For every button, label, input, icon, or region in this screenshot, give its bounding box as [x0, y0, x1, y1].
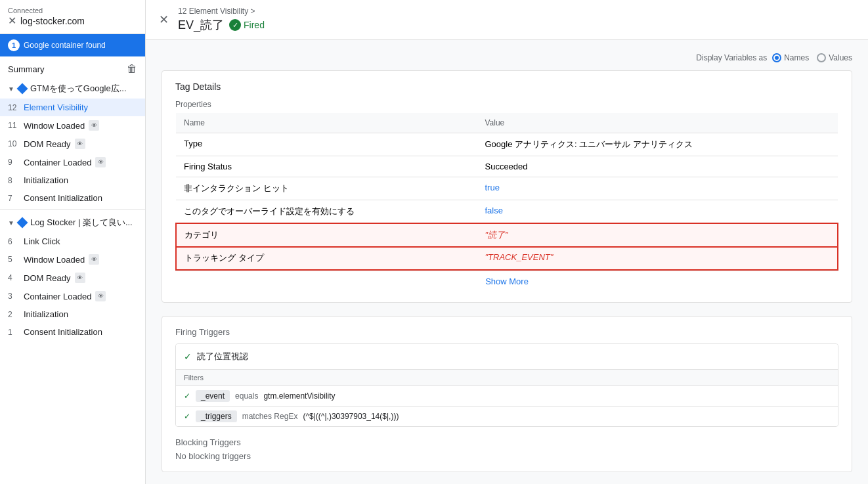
connected-label: Connected [8, 7, 137, 14]
diamond-icon-2 [16, 217, 28, 229]
sidebar-item-consent-init-7[interactable]: 7 Consent Initialization [0, 189, 145, 207]
sidebar-item-initialization-2[interactable]: 2 Initialization [0, 305, 145, 323]
check-circle-icon: ✓ [229, 19, 241, 31]
prop-value: false [477, 200, 838, 224]
sidebar-item-element-visibility[interactable]: 12 Element Visibility [0, 99, 145, 116]
summary-header: Summary 🗑 [0, 56, 145, 79]
properties-table: Name Value TypeGoogle アナリティクス: ユニバーサル アナ… [175, 113, 838, 271]
sidebar-group-gtm[interactable]: ▼ GTMを使ってGoogle広... [0, 79, 145, 99]
prop-value: "読了" [477, 223, 838, 247]
radio-names-dot [772, 53, 781, 62]
table-row: カテゴリ"読了" [176, 223, 838, 247]
item-num-5: 5 [8, 255, 20, 264]
close-button[interactable]: ✕ [159, 12, 169, 27]
show-more-button[interactable]: Show More [175, 271, 838, 292]
col-name: Name [176, 113, 477, 133]
delete-icon[interactable]: 🗑 [127, 63, 137, 75]
item-label-7: Consent Initialization [24, 193, 102, 203]
ghost-icon-2: 👁 [75, 139, 85, 149]
filter-field-1: _event [196, 390, 230, 402]
group-gtm-label: GTMを使ってGoogle広... [30, 83, 127, 95]
page-title-row: EV_読了 ✓ Fired [178, 17, 265, 33]
sidebar-group-log-stocker[interactable]: ▼ Log Stocker | 楽して良い... [0, 213, 145, 232]
tag-details-title: Tag Details [175, 81, 838, 92]
firing-triggers-card: Firing Triggers ✓ 読了位置視認 Filters ✓ _even… [162, 316, 852, 472]
chevron-down-icon: ▼ [8, 85, 14, 93]
prop-value: "TRACK_EVENT" [477, 247, 838, 271]
fired-label: Fired [244, 20, 265, 30]
main-panel: ✕ 12 Element Visibility > EV_読了 ✓ Fired … [146, 0, 868, 484]
filter-op-2: matches RegEx [242, 412, 298, 421]
radio-values-dot [817, 53, 826, 62]
sidebar-item-initialization-8[interactable]: 8 Initialization [0, 171, 145, 189]
item-label-1: Consent Initialization [24, 327, 102, 337]
divider [0, 209, 145, 210]
filter-check-2: ✓ [184, 412, 190, 421]
item-num-1: 1 [8, 328, 20, 337]
summary-label: Summary [8, 64, 45, 74]
item-num-11: 11 [8, 121, 20, 130]
ghost-icon-3: 👁 [95, 157, 106, 167]
no-blocking-label: No blocking triggers [175, 451, 838, 461]
ghost-icon: 👁 [89, 120, 99, 131]
item-num-8: 8 [8, 176, 20, 185]
diamond-icon [16, 83, 28, 95]
close-icon[interactable]: ✕ [8, 14, 16, 27]
prop-name: Type [176, 133, 477, 156]
trigger-check-icon: ✓ [184, 351, 192, 362]
item-num-2: 2 [8, 310, 20, 319]
prop-name: 非インタラクション ヒット [176, 177, 477, 200]
sidebar-item-consent-init-1[interactable]: 1 Consent Initialization [0, 323, 145, 341]
tag-details-card: Tag Details Properties Name Value TypeGo… [162, 70, 852, 303]
sidebar-item-dom-ready-4[interactable]: 4 DOM Ready 👁 [0, 269, 145, 287]
filter-check-1: ✓ [184, 391, 190, 401]
prop-value: true [477, 177, 838, 200]
display-vars-row: Display Variables as Names Values [162, 53, 852, 62]
sidebar-domain: ✕ log-stocker.com [8, 14, 137, 27]
sidebar-item-container-loaded-3[interactable]: 3 Container Loaded 👁 [0, 287, 145, 305]
breadcrumb: 12 Element Visibility > [178, 7, 265, 16]
firing-triggers-title: Firing Triggers [175, 327, 838, 337]
table-row: このタグでオーバーライド設定を有効にするfalse [176, 200, 838, 224]
item-label-9: Container Loaded [24, 158, 91, 167]
ghost-icon-4: 👁 [89, 254, 99, 265]
radio-values[interactable]: Values [817, 53, 852, 62]
item-label-11: Window Loaded [24, 121, 85, 131]
table-row: Firing StatusSucceeded [176, 156, 838, 177]
radio-names[interactable]: Names [772, 53, 809, 62]
item-num-4: 4 [8, 273, 20, 282]
filter-val-1: gtm.elementVisibility [263, 391, 335, 401]
trigger-name-row: ✓ 読了位置視認 [176, 344, 838, 369]
sidebar-item-window-loaded-11[interactable]: 11 Window Loaded 👁 [0, 116, 145, 135]
prop-name: Firing Status [176, 156, 477, 177]
item-label-8: Initialization [24, 175, 68, 185]
fired-badge: ✓ Fired [229, 19, 265, 31]
item-num-9: 9 [8, 158, 20, 167]
sidebar-item-window-loaded-5[interactable]: 5 Window Loaded 👁 [0, 250, 145, 269]
item-label-4: DOM Ready [24, 273, 71, 283]
domain-name: log-stocker.com [20, 16, 85, 26]
topbar: ✕ 12 Element Visibility > EV_読了 ✓ Fired [146, 0, 868, 40]
item-label-10: DOM Ready [24, 139, 71, 149]
table-row: トラッキング タイプ"TRACK_EVENT" [176, 247, 838, 271]
item-label-12: Element Visibility [24, 102, 88, 112]
item-label-5: Window Loaded [24, 255, 85, 265]
sidebar-item-link-click-6[interactable]: 6 Link Click [0, 232, 145, 250]
filters-label: Filters [176, 369, 838, 385]
prop-name: トラッキング タイプ [176, 247, 477, 271]
item-label-6: Link Click [24, 236, 60, 246]
radio-group: Names Values [772, 53, 852, 62]
filter-row-2: ✓ _triggers matches RegEx (^$|((^|,)3039… [176, 406, 838, 426]
radio-names-label: Names [784, 53, 809, 62]
col-value: Value [477, 113, 838, 133]
trigger-name: 読了位置視認 [197, 351, 248, 363]
trigger-item: ✓ 読了位置視認 Filters ✓ _event equals gtm.ele… [175, 343, 838, 427]
sidebar-item-container-loaded-9[interactable]: 9 Container Loaded 👁 [0, 153, 145, 171]
prop-name: このタグでオーバーライド設定を有効にする [176, 200, 477, 224]
page-title-text: EV_読了 [178, 17, 224, 33]
ghost-icon-5: 👁 [75, 273, 85, 283]
filter-val-2: (^$|((^|,)30397903_14($|,))) [303, 412, 399, 421]
table-row: TypeGoogle アナリティクス: ユニバーサル アナリティクス [176, 133, 838, 156]
sidebar-header: Connected ✕ log-stocker.com [0, 0, 145, 34]
sidebar-item-dom-ready-10[interactable]: 10 DOM Ready 👁 [0, 135, 145, 153]
